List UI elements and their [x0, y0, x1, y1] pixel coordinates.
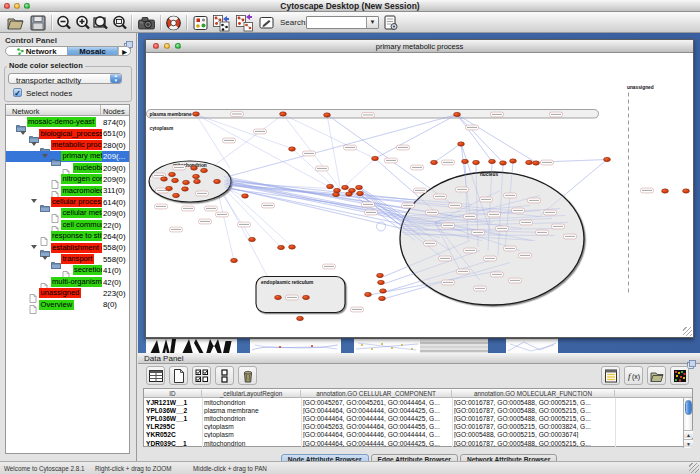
close-window-button[interactable]	[4, 3, 11, 10]
graph-node[interactable]	[431, 160, 438, 164]
scroll-up-button[interactable]: ▲	[684, 430, 693, 439]
table-column-header[interactable]: ID	[144, 390, 202, 398]
graph-node[interactable]	[489, 159, 496, 163]
tree-expand-arrow-icon[interactable]	[31, 142, 37, 146]
table-row[interactable]: YPL036W__2plasma membrane[GO:0044464, GO…	[144, 406, 683, 414]
table-column-header[interactable]: _cellularLayoutRegion	[202, 390, 301, 398]
graph-node[interactable]	[346, 191, 353, 195]
background-window-zoomed-labels[interactable]	[146, 338, 237, 353]
scroll-down-button[interactable]: ▼	[684, 439, 693, 448]
unselect-attributes-button[interactable]	[215, 366, 234, 385]
tree-column-network[interactable]: Network	[12, 107, 40, 116]
graph-node[interactable]	[454, 112, 461, 116]
attribute-table-button[interactable]	[146, 366, 165, 385]
graph-node[interactable]	[280, 111, 287, 115]
network-canvas[interactable]: plasma membranecytoplasmmitochondrionnuc…	[146, 53, 693, 337]
graph-node[interactable]	[342, 185, 349, 189]
graph-node[interactable]	[289, 244, 296, 248]
new-attribute-button[interactable]	[169, 366, 188, 385]
function-builder-button[interactable]: f(x)	[624, 366, 643, 385]
table-cell[interactable]: plasma membrane	[204, 407, 300, 414]
graph-node[interactable]	[510, 158, 517, 162]
graph-node[interactable]	[191, 165, 198, 169]
delete-attribute-button[interactable]	[238, 366, 257, 385]
graph-node[interactable]	[161, 176, 168, 180]
table-cell[interactable]: YPL036W__1	[146, 415, 201, 422]
table-cell[interactable]: mitochondrion	[204, 440, 300, 447]
graph-node[interactable]	[183, 180, 190, 184]
table-cell[interactable]: cytoplasm	[204, 431, 300, 438]
table-cell[interactable]: [GO:0005488, GO:0005215, GO:0003674]	[454, 431, 614, 438]
graph-node[interactable]	[173, 193, 180, 197]
graph-node[interactable]	[377, 273, 384, 277]
tree-row[interactable]: cellular process614(0)	[6, 196, 129, 207]
tree-expand-arrow-icon[interactable]	[31, 199, 37, 203]
graph-node[interactable]	[333, 192, 340, 196]
minimize-window-button[interactable]	[14, 3, 21, 10]
background-window-scrollbar[interactable]	[420, 338, 488, 353]
attribute-list-button[interactable]	[601, 366, 620, 385]
net-close-button[interactable]	[153, 43, 159, 49]
graph-node[interactable]	[458, 141, 465, 145]
graph-node[interactable]	[500, 160, 507, 164]
table-cell[interactable]: YJR121W__1	[146, 399, 201, 406]
window-resize-grip[interactable]	[683, 327, 692, 336]
table-cell[interactable]: cytoplasm	[204, 423, 300, 430]
graph-node[interactable]	[526, 160, 533, 164]
table-cell[interactable]: [GO:0045267, GO:0045261, GO:0044464, G..…	[303, 399, 451, 406]
table-cell[interactable]: YLR295C	[146, 423, 201, 430]
select-nodes-checkbox[interactable]: ✓	[13, 88, 22, 97]
graph-node[interactable]	[297, 316, 304, 320]
graph-node[interactable]	[380, 288, 387, 292]
graph-node[interactable]	[327, 184, 334, 188]
tab-network[interactable]: Network	[6, 47, 67, 55]
tree-row[interactable]: metabolic process280(0)	[6, 139, 129, 150]
graph-node[interactable]	[242, 193, 249, 197]
tree-row[interactable]: response to stimulus264(0)	[6, 231, 129, 242]
table-row[interactable]: YKR052Ccytoplasm[GO:0044464, GO:0044446,…	[144, 431, 683, 439]
table-row[interactable]: YDR039C__1mitochondrion[GO:0044464, GO:0…	[144, 439, 683, 447]
graph-node[interactable]	[249, 237, 256, 241]
search-input[interactable]	[308, 18, 366, 27]
table-cell[interactable]: [GO:0016787, GO:0005488, GO:0005215, G..…	[454, 399, 614, 406]
table-cell[interactable]: YKR052C	[146, 431, 201, 438]
tree-row[interactable]: nitrogen compound209(0)	[6, 174, 129, 185]
table-cell[interactable]: [GO:0016787, GO:0005488, GO:0005215, G..…	[454, 440, 614, 447]
tree-row[interactable]: cellular metabolic209(0)	[6, 208, 129, 219]
tree-expand-arrow-icon[interactable]	[31, 245, 37, 249]
graph-node[interactable]	[604, 157, 611, 161]
tree-expand-arrow-icon[interactable]	[42, 256, 48, 260]
net-zoom-button[interactable]	[175, 43, 181, 49]
graph-node[interactable]	[473, 160, 480, 164]
table-cell[interactable]: [GO:0044464, GO:0044444, GO:0044425, G..…	[303, 440, 451, 447]
table-cell[interactable]: [GO:0044464, GO:0044444, GO:0044425, G..…	[303, 407, 451, 414]
tree-row[interactable]: mosaic-demo-yeast874(0)	[6, 117, 129, 128]
graph-node[interactable]	[372, 156, 379, 160]
tree-row[interactable]: establishment of localization558(0)	[6, 242, 129, 253]
tab-mosaic[interactable]: Mosaic	[67, 47, 118, 55]
node-color-combobox[interactable]: transporter activity ▲▼	[8, 73, 122, 84]
table-row[interactable]: YLR295Ccytoplasm[GO:0045263, GO:0044464,…	[144, 423, 683, 431]
tree-row[interactable]: secretion41(0)	[6, 265, 129, 276]
graph-node[interactable]	[533, 160, 540, 164]
network-window-titlebar[interactable]: primary metabolic process	[146, 40, 693, 53]
table-cell[interactable]: YPL036W__2	[146, 407, 201, 414]
select-attributes-button[interactable]	[192, 366, 211, 385]
tree-row[interactable]: macromolecule311(0)	[6, 185, 129, 196]
graph-node[interactable]	[201, 168, 208, 172]
background-window-sketch[interactable]	[250, 338, 341, 353]
graph-node[interactable]	[194, 179, 201, 183]
table-cell[interactable]: [GO:0044464, GO:0044446, GO:0044444, G..…	[303, 431, 451, 438]
app-resize-grip[interactable]	[689, 463, 699, 473]
tree-expand-arrow-icon[interactable]	[42, 154, 48, 158]
graph-node[interactable]	[166, 186, 173, 190]
tree-row[interactable]: cell communication22(0)	[6, 219, 129, 230]
table-row[interactable]: YPL036W__1mitochondrion[GO:0044464, GO:0…	[144, 414, 683, 422]
net-minimize-button[interactable]	[164, 43, 170, 49]
search-dropdown-button[interactable]: ▼	[366, 17, 378, 28]
graph-node[interactable]	[683, 188, 690, 192]
tree-row[interactable]: unassigned223(0)	[6, 288, 129, 299]
zoom-window-button[interactable]	[24, 3, 31, 10]
import-attributes-button[interactable]	[647, 366, 666, 385]
graph-node[interactable]	[231, 258, 238, 262]
